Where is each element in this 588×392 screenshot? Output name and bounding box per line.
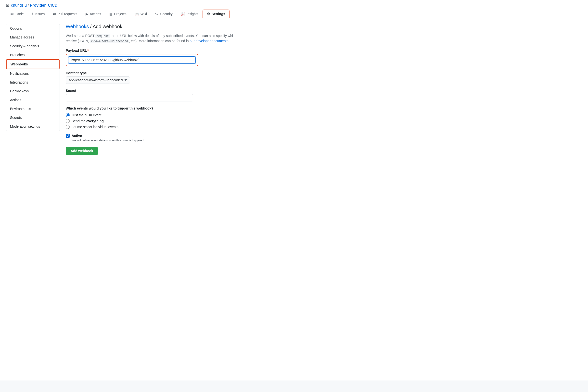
tab-projects-label: Projects <box>114 12 127 16</box>
main-nav: <>CodeℹIssues⇄Pull requests▶Actions▦Proj… <box>6 10 582 18</box>
tab-projects[interactable]: ▦Projects <box>105 10 131 18</box>
breadcrumb-current: Add webhook <box>93 24 122 29</box>
active-label-text: Active <box>72 134 82 138</box>
sidebar-item-webhooks[interactable]: Webhooks <box>6 59 60 69</box>
repo-icon: ⊡ <box>6 3 9 8</box>
actions-icon: ▶ <box>86 12 88 16</box>
payload-url-group: Payload URL* <box>66 48 288 66</box>
radio-everything-text: Send me everything. <box>72 119 105 123</box>
breadcrumb-parent-link[interactable]: Webhooks <box>66 24 89 29</box>
secret-group: Secret <box>66 89 288 102</box>
tab-wiki-label: Wiki <box>141 12 147 16</box>
payload-url-input[interactable] <box>68 56 196 64</box>
breadcrumb-separator: / <box>90 24 93 29</box>
sidebar-item-actions[interactable]: Actions <box>6 96 60 104</box>
radio-push-text: Just the push event. <box>72 113 102 117</box>
content-type-select[interactable]: application/x-www-form-urlencodedapplica… <box>66 76 130 84</box>
radio-push[interactable] <box>66 113 70 117</box>
webhook-form-area: Webhooks / Add webhook We'll send a POST… <box>66 24 288 374</box>
code-urlencoded: x-www-form-urlencoded <box>90 40 129 43</box>
tab-security-label: Security <box>160 12 173 16</box>
radio-everything[interactable] <box>66 119 70 123</box>
events-group: Which events would you like to trigger t… <box>66 106 288 129</box>
wiki-icon: 📖 <box>135 12 139 16</box>
tab-code[interactable]: <>Code <box>6 10 28 18</box>
insights-icon: 📈 <box>181 12 185 16</box>
active-description: We will deliver event details when this … <box>72 139 288 142</box>
developer-docs-link[interactable]: our developer documentati <box>190 39 230 43</box>
add-webhook-button[interactable]: Add webhook <box>66 147 98 155</box>
breadcrumb: Webhooks / Add webhook <box>66 24 288 30</box>
sidebar-item-manage-access[interactable]: Manage access <box>6 33 60 42</box>
required-star: * <box>87 48 89 52</box>
sidebar-item-branches[interactable]: Branches <box>6 50 60 59</box>
settings-sidebar: OptionsManage accessSecurity & analysisB… <box>6 24 60 374</box>
payload-url-label: Payload URL* <box>66 48 288 52</box>
org-name-link[interactable]: chungsju <box>11 3 27 8</box>
tab-settings-label: Settings <box>212 12 225 16</box>
code-icon: <> <box>10 12 14 16</box>
tab-insights[interactable]: 📈Insights <box>177 10 202 18</box>
tab-security[interactable]: 🛡Security <box>151 10 177 18</box>
tab-wiki[interactable]: 📖Wiki <box>131 10 151 18</box>
security-icon: 🛡 <box>155 12 159 16</box>
secret-input[interactable] <box>66 94 193 102</box>
tab-issues-label: Issues <box>35 12 45 16</box>
active-checkbox[interactable] <box>66 134 70 138</box>
sidebar-item-integrations[interactable]: Integrations <box>6 78 60 87</box>
sidebar-item-environments[interactable]: Environments <box>6 104 60 113</box>
content-type-label: Content type <box>66 71 288 75</box>
tab-pull-requests[interactable]: ⇄Pull requests <box>49 10 81 18</box>
repo-name-link[interactable]: Provider_CICD <box>30 3 58 8</box>
webhook-description: We'll send a POST request to the URL bel… <box>66 33 288 44</box>
tab-settings[interactable]: ⚙Settings <box>202 10 229 18</box>
secret-label: Secret <box>66 89 288 92</box>
tab-pull-requests-label: Pull requests <box>57 12 77 16</box>
tab-insights-label: Insights <box>187 12 198 16</box>
settings-icon: ⚙ <box>207 12 210 16</box>
tab-actions-label: Actions <box>90 12 101 16</box>
sidebar-item-options[interactable]: Options <box>6 24 60 33</box>
issues-icon: ℹ <box>32 12 33 16</box>
sidebar-item-secrets[interactable]: Secrets <box>6 113 60 122</box>
radio-push-label[interactable]: Just the push event. <box>66 113 288 117</box>
events-radio-group: Just the push event. Send me everything.… <box>66 113 288 129</box>
sidebar-item-notifications[interactable]: Notifications <box>6 69 60 78</box>
tab-issues[interactable]: ℹIssues <box>28 10 49 18</box>
active-checkbox-label[interactable]: Active <box>66 134 288 138</box>
radio-everything-label[interactable]: Send me everything. <box>66 119 288 123</box>
pull-requests-icon: ⇄ <box>53 12 56 16</box>
radio-individual-text: Let me select individual events. <box>72 125 119 129</box>
projects-icon: ▦ <box>109 12 113 16</box>
tab-code-label: Code <box>16 12 24 16</box>
sidebar-item-security-analysis[interactable]: Security & analysis <box>6 42 60 50</box>
repo-separator: / <box>28 3 29 8</box>
radio-individual[interactable] <box>66 125 70 129</box>
sidebar-item-deploy-keys[interactable]: Deploy keys <box>6 87 60 96</box>
content-type-group: Content type application/x-www-form-urle… <box>66 71 288 84</box>
sidebar-item-moderation-settings[interactable]: Moderation settings <box>6 122 60 131</box>
events-question: Which events would you like to trigger t… <box>66 106 288 110</box>
active-section: Active We will deliver event details whe… <box>66 134 288 142</box>
payload-url-wrapper <box>66 54 198 66</box>
radio-individual-label[interactable]: Let me select individual events. <box>66 125 288 129</box>
tab-actions[interactable]: ▶Actions <box>81 10 105 18</box>
